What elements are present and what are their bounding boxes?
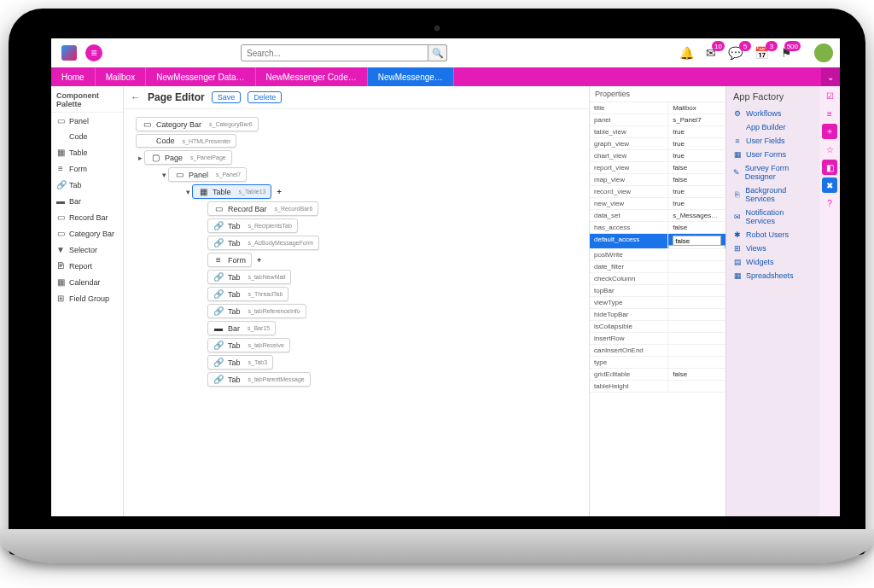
prop-value[interactable]: false: [668, 222, 725, 233]
factory-link-robot-users[interactable]: ✱Robot Users: [726, 228, 819, 242]
tree-chip[interactable]: 🔗Tabs_tabReferenceInfo: [207, 304, 306, 318]
tree-chip[interactable]: 🔗Tabs_RecipientsTab: [207, 218, 298, 233]
tree-node[interactable]: 🔗Tabs_AcBodyMessageForm: [207, 236, 584, 250]
tree-node[interactable]: 🔗Tabs_tabReceive: [207, 338, 584, 352]
prop-value[interactable]: [668, 285, 725, 296]
main-menu-button[interactable]: ≡: [85, 44, 102, 61]
rail-icon-3[interactable]: ☆: [822, 142, 837, 157]
search-button[interactable]: 🔍: [428, 44, 447, 61]
property-row[interactable]: report_viewfalse: [590, 162, 725, 174]
factory-link-views[interactable]: ⊞Views: [726, 242, 819, 255]
property-row[interactable]: hideTopBar: [590, 309, 725, 321]
prop-value[interactable]: [668, 381, 725, 392]
tree-chip[interactable]: ▭Category Bars_CategoryBar6: [136, 117, 259, 131]
factory-link-workflows[interactable]: ⚙Workflows: [726, 107, 819, 120]
factory-link-notification-services[interactable]: ✉Notification Services: [726, 206, 819, 228]
rail-icon-4[interactable]: ◧: [822, 160, 837, 175]
prop-value[interactable]: truefalse: [668, 234, 725, 248]
property-row[interactable]: data_sets_MessagesSet: [590, 210, 725, 222]
property-row[interactable]: map_viewfalse: [590, 174, 725, 186]
twisty-icon[interactable]: ▾: [160, 171, 168, 179]
prop-value[interactable]: [668, 309, 725, 320]
prop-value[interactable]: Mailbox: [668, 102, 725, 114]
prop-value[interactable]: true: [668, 138, 725, 149]
property-row[interactable]: titleMailbox: [590, 102, 725, 114]
palette-item-form[interactable]: ≡Form: [51, 160, 123, 177]
tree-chip[interactable]: ▦Tables_Table13: [192, 184, 271, 199]
property-row[interactable]: type: [590, 357, 725, 369]
chat-icon[interactable]: 💬5: [728, 46, 743, 60]
rail-icon-0[interactable]: ☑: [822, 88, 837, 103]
property-row[interactable]: isCollapsible: [590, 321, 725, 333]
tree-node[interactable]: ▾▭Panels_Panel7: [160, 167, 584, 182]
property-row[interactable]: canInsertOnEnd: [590, 345, 725, 357]
property-row[interactable]: date_filter: [590, 261, 725, 273]
property-row[interactable]: new_viewtrue: [590, 198, 725, 210]
nav-tab-4[interactable]: NewMessenge…: [368, 67, 454, 86]
prop-value[interactable]: [668, 297, 725, 308]
bell-icon[interactable]: 🔔: [679, 46, 694, 60]
property-row[interactable]: topBar: [590, 285, 725, 297]
property-row[interactable]: gridEditablefalse: [590, 369, 725, 381]
rail-icon-2[interactable]: ＋: [822, 124, 837, 139]
tree-node[interactable]: Codes_HTMLPresenter: [136, 134, 584, 148]
dropdown-option[interactable]: true: [669, 246, 725, 248]
tree-chip[interactable]: ▢Pages_PanelPage: [144, 150, 232, 165]
mail-icon[interactable]: ✉10: [706, 46, 716, 60]
property-row[interactable]: panels_Panel7: [590, 114, 725, 126]
prop-value[interactable]: false: [668, 162, 725, 173]
prop-value[interactable]: true: [668, 126, 725, 137]
factory-link-background-services[interactable]: ⎘Background Services: [726, 183, 819, 206]
nav-tab-3[interactable]: NewMessenger Code…: [256, 67, 368, 86]
tree-node[interactable]: ▬Bars_Bar15: [207, 321, 584, 335]
tree-chip[interactable]: 🔗Tabs_AcBodyMessageForm: [207, 236, 319, 250]
palette-item-bar[interactable]: ▬Bar: [51, 193, 123, 209]
tree-chip[interactable]: 🔗Tabs_tabParentMessage: [207, 372, 311, 387]
prop-value[interactable]: s_Panel7: [668, 114, 725, 125]
prop-value[interactable]: false: [668, 174, 725, 185]
tree-chip[interactable]: 🔗Tabs_Tab3: [207, 355, 273, 370]
property-row[interactable]: chart_viewtrue: [590, 150, 725, 162]
delete-button[interactable]: Delete: [248, 91, 282, 103]
factory-link-spreadsheets[interactable]: ▦Spreadsheets: [726, 269, 819, 282]
property-row[interactable]: postWrite: [590, 249, 725, 261]
rail-icon-5[interactable]: ✖: [822, 178, 837, 193]
twisty-icon[interactable]: ▸: [136, 154, 144, 162]
factory-link-app-builder[interactable]: App Builder: [726, 120, 819, 134]
tree-chip[interactable]: 🔗Tabs_ThreadTab: [207, 287, 288, 301]
property-row[interactable]: default_accesstruefalse: [590, 234, 725, 249]
tree-node[interactable]: 🔗Tabs_Tab3: [207, 355, 584, 370]
factory-link-survey-form-designer[interactable]: ✎Survey Form Designer: [726, 161, 819, 183]
nav-collapse-button[interactable]: ⌄: [821, 67, 840, 86]
twisty-icon[interactable]: ▾: [184, 188, 192, 196]
prop-value[interactable]: false: [668, 369, 725, 380]
palette-item-tab[interactable]: 🔗Tab: [51, 177, 123, 193]
prop-value[interactable]: true: [668, 150, 725, 161]
tree-node[interactable]: ▭Record Bars_RecordBar6: [207, 201, 584, 216]
prop-value[interactable]: [668, 249, 725, 260]
property-row[interactable]: insertRow: [590, 333, 725, 345]
add-child-button[interactable]: +: [277, 188, 281, 196]
palette-item-code[interactable]: Code: [51, 129, 123, 144]
tree-node[interactable]: ≡Form+: [207, 253, 584, 267]
palette-item-panel[interactable]: ▭Panel: [51, 113, 123, 129]
alert-icon[interactable]: ⚑500: [781, 46, 792, 60]
nav-tab-2[interactable]: NewMessenger Data…: [146, 67, 255, 86]
property-row[interactable]: table_viewtrue: [590, 126, 725, 138]
tree-chip[interactable]: 🔗Tabs_tabReceive: [207, 338, 290, 352]
calendar-icon[interactable]: 📅3: [755, 46, 769, 60]
nav-tab-1[interactable]: Mailbox: [96, 67, 146, 86]
prop-value[interactable]: true: [668, 198, 725, 209]
rail-icon-1[interactable]: ≡: [822, 106, 837, 121]
prop-value[interactable]: s_MessagesSet: [668, 210, 725, 221]
palette-item-field-group[interactable]: ⊞Field Group: [51, 290, 123, 306]
tree-chip[interactable]: ▭Panels_Panel7: [168, 167, 247, 182]
tree-node[interactable]: 🔗Tabs_tabParentMessage: [207, 372, 584, 387]
property-row[interactable]: record_viewtrue: [590, 186, 725, 198]
tree-node[interactable]: 🔗Tabs_tabReferenceInfo: [207, 304, 584, 318]
prop-value[interactable]: true: [668, 186, 725, 197]
prop-value[interactable]: [668, 261, 725, 272]
tree-chip[interactable]: Codes_HTMLPresenter: [136, 134, 236, 148]
tree-chip[interactable]: ≡Form: [207, 253, 252, 267]
prop-value[interactable]: [668, 333, 725, 344]
